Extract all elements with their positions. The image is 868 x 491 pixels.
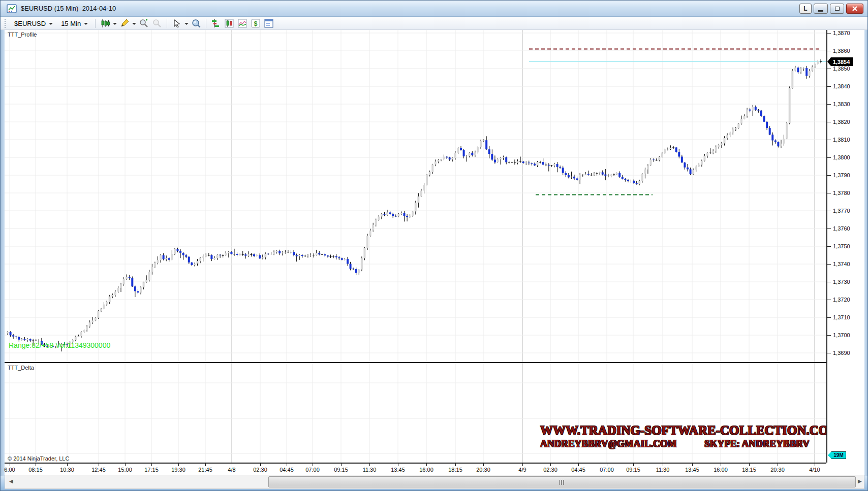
chart-properties-button[interactable]: [263, 18, 274, 29]
chevron-down-icon: [49, 23, 53, 25]
price-tick: [827, 317, 831, 318]
properties-window-icon: [264, 19, 273, 28]
toolbar-separator: [167, 19, 167, 28]
date-label: 4/8: [228, 467, 235, 473]
candlestick-plot[interactable]: [5, 30, 826, 463]
chevron-down-icon[interactable]: [184, 23, 189, 25]
price-axis[interactable]: 1,38701,38601,38501,38401,38301,38201,38…: [826, 30, 864, 463]
time-tick: [341, 464, 342, 466]
time-tick: [125, 464, 126, 466]
account-button[interactable]: $: [250, 18, 261, 29]
instrument-selector[interactable]: $EURUSD: [11, 19, 56, 28]
time-label: 15:00: [118, 467, 132, 473]
zoom-out-icon: [152, 19, 162, 28]
watermark-skype: SKYPE: ANDREYBBRV: [704, 439, 810, 449]
time-label: 21:45: [198, 467, 212, 473]
time-tick: [550, 464, 551, 466]
time-label: 11:30: [656, 467, 670, 473]
price-tick: [827, 228, 831, 229]
time-label: 07:00: [305, 467, 320, 473]
time-label: 12:45: [91, 467, 106, 473]
time-tick: [778, 464, 778, 466]
price-tick-label: 1,3740: [833, 261, 850, 267]
time-tick: [287, 464, 287, 466]
time-tick: [578, 464, 579, 466]
zoom-in-button[interactable]: [138, 18, 149, 29]
price-tick-label: 1,3840: [833, 83, 850, 89]
toolbar-separator: [206, 19, 206, 28]
time-label: 16:00: [714, 467, 728, 473]
price-tick: [827, 122, 831, 122]
time-label: 08:15: [28, 467, 43, 473]
price-tick-label: 1,3790: [833, 172, 850, 178]
scroll-right-arrow-icon[interactable]: ▶: [858, 478, 862, 484]
time-tick: [721, 464, 721, 466]
time-label: 10:30: [60, 467, 74, 473]
dollar-icon: $: [251, 19, 260, 28]
time-tick: [522, 464, 523, 466]
window-title: $EURUSD (15 Min) 2014-04-10: [21, 5, 116, 12]
time-axis[interactable]: 6:0008:1510:3012:4515:0017:1519:3021:454…: [5, 463, 864, 476]
scroll-left-arrow-icon[interactable]: ◀: [9, 478, 13, 484]
data-box-button[interactable]: [191, 18, 202, 29]
time-label: 17:15: [144, 467, 159, 473]
time-tick: [692, 464, 693, 466]
indicators-button[interactable]: [237, 18, 248, 29]
horizontal-scrollbar[interactable]: ◀ ▶: [5, 475, 864, 489]
time-tick: [178, 464, 179, 466]
price-tick: [827, 69, 831, 69]
time-tick: [260, 464, 261, 466]
toolbar-grip[interactable]: [5, 19, 7, 28]
time-tick: [607, 464, 607, 466]
time-tick: [10, 464, 10, 466]
scrollbar-thumb[interactable]: [268, 476, 856, 487]
price-tick: [827, 104, 831, 105]
price-tick: [827, 300, 831, 300]
price-tick-label: 1,3720: [833, 297, 850, 303]
zoom-out-button[interactable]: [151, 18, 163, 29]
price-tick-label: 1,3690: [833, 350, 850, 356]
time-tick: [633, 464, 634, 466]
chart-trader-button[interactable]: [224, 18, 235, 29]
time-label: 6:00: [4, 467, 15, 473]
bar-countdown-badge: 19M: [828, 451, 846, 459]
chevron-down-icon[interactable]: [132, 23, 136, 25]
price-tick-label: 1,3700: [833, 332, 850, 338]
link-button[interactable]: L: [799, 4, 812, 14]
price-tick: [827, 140, 831, 140]
time-label: 13:45: [685, 467, 699, 473]
delta-panel-label: TTT_Delta: [8, 365, 34, 371]
time-tick: [232, 464, 232, 466]
time-label: 04:45: [571, 467, 585, 473]
window-frame-right: [864, 30, 868, 476]
minimize-button[interactable]: [814, 4, 828, 14]
profile-panel-label: TTT_Profile: [8, 31, 37, 38]
interval-selector[interactable]: 15 Min: [58, 19, 91, 28]
magnifier-icon: [192, 19, 201, 28]
close-button[interactable]: [846, 4, 863, 14]
price-tick: [827, 51, 831, 51]
restore-button[interactable]: [830, 4, 844, 14]
price-tick: [827, 33, 831, 34]
cursor-button[interactable]: [171, 18, 182, 29]
ninjatrader-copyright: © 2014 NinjaTrader, LLC: [8, 455, 69, 462]
market-depth-button[interactable]: [210, 18, 222, 29]
instrument-label: $EURUSD: [14, 20, 46, 27]
vendor-watermark: WWW.TRADING-SOFTWARE-COLLECTION.COM ANDR…: [540, 424, 810, 449]
watermark-url: WWW.TRADING-SOFTWARE-COLLECTION.COM: [540, 424, 810, 437]
chevron-down-icon[interactable]: [113, 23, 117, 25]
chart-style-button[interactable]: [100, 18, 111, 29]
candlestick-style-icon: [101, 19, 110, 28]
indicator-lines-icon: [238, 19, 247, 28]
time-label: 09:15: [626, 467, 640, 473]
title-bar[interactable]: $EURUSD (15 Min) 2014-04-10 L: [1, 1, 868, 17]
price-tick-label: 1,3820: [833, 119, 850, 125]
price-tick-label: 1,3870: [833, 30, 850, 36]
panel-divider[interactable]: [5, 362, 864, 363]
price-tick-label: 1,3800: [833, 154, 850, 160]
price-tick-label: 1,3750: [833, 243, 850, 249]
price-tick: [827, 282, 831, 282]
drawing-tools-button[interactable]: [119, 18, 130, 29]
time-label: 18:15: [448, 467, 462, 473]
time-tick: [426, 464, 427, 466]
